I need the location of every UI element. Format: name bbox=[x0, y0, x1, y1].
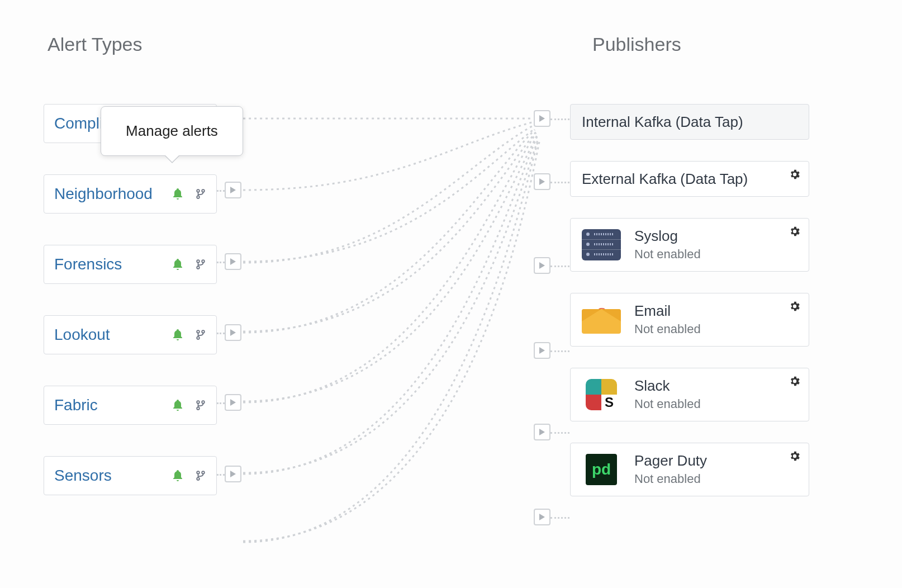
publisher-input-toggle[interactable] bbox=[534, 110, 550, 127]
svg-point-11 bbox=[197, 336, 200, 339]
svg-point-5 bbox=[197, 196, 200, 198]
alert-card-sensors[interactable]: Sensors bbox=[44, 456, 217, 495]
publisher-card-syslog[interactable]: Syslog Not enabled bbox=[570, 218, 809, 272]
alert-types-column: Compliance Neighborhood Forensics bbox=[44, 104, 217, 527]
publisher-input-toggle[interactable] bbox=[534, 424, 550, 440]
publisher-status: Not enabled bbox=[634, 322, 797, 336]
publisher-title: Slack bbox=[634, 378, 797, 394]
svg-point-7 bbox=[202, 260, 205, 263]
email-icon: @ bbox=[582, 304, 621, 335]
publisher-title: Syslog bbox=[634, 228, 797, 244]
publisher-input-toggle[interactable] bbox=[534, 342, 550, 359]
alert-label: Forensics bbox=[54, 255, 170, 273]
syslog-icon bbox=[582, 229, 621, 260]
alert-card-forensics[interactable]: Forensics bbox=[44, 245, 217, 284]
gear-icon[interactable] bbox=[789, 225, 801, 238]
publishers-heading: Publishers bbox=[592, 34, 681, 55]
bell-icon[interactable] bbox=[170, 398, 185, 412]
publisher-status: Not enabled bbox=[634, 397, 797, 411]
bell-icon[interactable] bbox=[170, 468, 185, 483]
branch-icon[interactable] bbox=[195, 470, 206, 481]
alert-output-toggle[interactable] bbox=[225, 324, 241, 341]
connector-leader bbox=[550, 265, 569, 267]
alert-output-toggle[interactable] bbox=[225, 253, 241, 270]
svg-point-17 bbox=[197, 477, 200, 480]
publisher-card-slack[interactable]: S Slack Not enabled bbox=[570, 368, 809, 421]
bell-icon[interactable] bbox=[170, 257, 185, 272]
connector-leader bbox=[550, 432, 569, 434]
publisher-card-internal-kafka[interactable]: Internal Kafka (Data Tap) bbox=[570, 104, 809, 140]
connector-leader bbox=[550, 118, 569, 120]
connector-leader bbox=[217, 333, 225, 334]
connector-leader bbox=[217, 402, 225, 404]
publisher-input-toggle[interactable] bbox=[534, 173, 550, 190]
connector-leader bbox=[550, 517, 569, 519]
branch-icon[interactable] bbox=[195, 329, 206, 340]
branch-icon[interactable] bbox=[195, 400, 206, 411]
publisher-card-pagerduty[interactable]: pd Pager Duty Not enabled bbox=[570, 443, 809, 496]
alert-card-fabric[interactable]: Fabric bbox=[44, 386, 217, 425]
publisher-title: Internal Kafka (Data Tap) bbox=[582, 114, 797, 130]
alert-output-toggle[interactable] bbox=[225, 182, 241, 198]
bell-icon[interactable] bbox=[170, 187, 185, 201]
svg-point-6 bbox=[197, 260, 200, 263]
connector-leader bbox=[217, 190, 225, 192]
gear-icon[interactable] bbox=[789, 168, 801, 181]
svg-point-9 bbox=[197, 330, 200, 333]
pagerduty-icon: pd bbox=[582, 454, 621, 485]
tooltip-text: Manage alerts bbox=[126, 122, 218, 139]
svg-point-15 bbox=[197, 471, 200, 474]
publisher-input-toggle[interactable] bbox=[534, 509, 550, 525]
connector-leader bbox=[550, 350, 569, 352]
alert-label: Fabric bbox=[54, 396, 170, 414]
slack-icon: S bbox=[582, 379, 621, 410]
connector-leader bbox=[217, 262, 225, 263]
branch-icon[interactable] bbox=[195, 188, 206, 200]
alert-card-neighborhood[interactable]: Neighborhood bbox=[44, 174, 217, 214]
publisher-card-external-kafka[interactable]: External Kafka (Data Tap) bbox=[570, 161, 809, 197]
svg-point-13 bbox=[202, 401, 205, 404]
bell-icon[interactable] bbox=[170, 328, 185, 342]
gear-icon[interactable] bbox=[789, 450, 801, 462]
alert-output-toggle[interactable] bbox=[225, 466, 241, 482]
publisher-title: Pager Duty bbox=[634, 453, 797, 469]
alert-output-toggle[interactable] bbox=[225, 394, 241, 411]
alert-label: Neighborhood bbox=[54, 185, 170, 203]
alert-types-heading: Alert Types bbox=[48, 34, 863, 55]
publisher-title: Email bbox=[634, 303, 797, 319]
publishers-column: Internal Kafka (Data Tap) External Kafka… bbox=[570, 104, 809, 518]
branch-icon[interactable] bbox=[195, 259, 206, 270]
publisher-status: Not enabled bbox=[634, 472, 797, 486]
gear-icon[interactable] bbox=[789, 300, 801, 312]
svg-point-10 bbox=[202, 330, 205, 333]
manage-alerts-tooltip: Manage alerts bbox=[101, 106, 243, 156]
connector-leader bbox=[217, 474, 225, 476]
svg-point-3 bbox=[197, 189, 200, 192]
publisher-title: External Kafka (Data Tap) bbox=[582, 171, 797, 187]
publisher-status: Not enabled bbox=[634, 247, 797, 262]
svg-point-14 bbox=[197, 407, 200, 410]
svg-point-8 bbox=[197, 266, 200, 269]
gear-icon[interactable] bbox=[789, 375, 801, 387]
publisher-card-email[interactable]: @ Email Not enabled bbox=[570, 293, 809, 347]
alert-label: Sensors bbox=[54, 467, 170, 485]
publisher-input-toggle[interactable] bbox=[534, 257, 550, 274]
svg-point-16 bbox=[202, 471, 205, 474]
alert-label: Lookout bbox=[54, 326, 170, 344]
svg-point-4 bbox=[202, 189, 205, 192]
alert-card-lookout[interactable]: Lookout bbox=[44, 315, 217, 354]
svg-point-12 bbox=[197, 401, 200, 404]
connector-leader bbox=[550, 182, 569, 183]
